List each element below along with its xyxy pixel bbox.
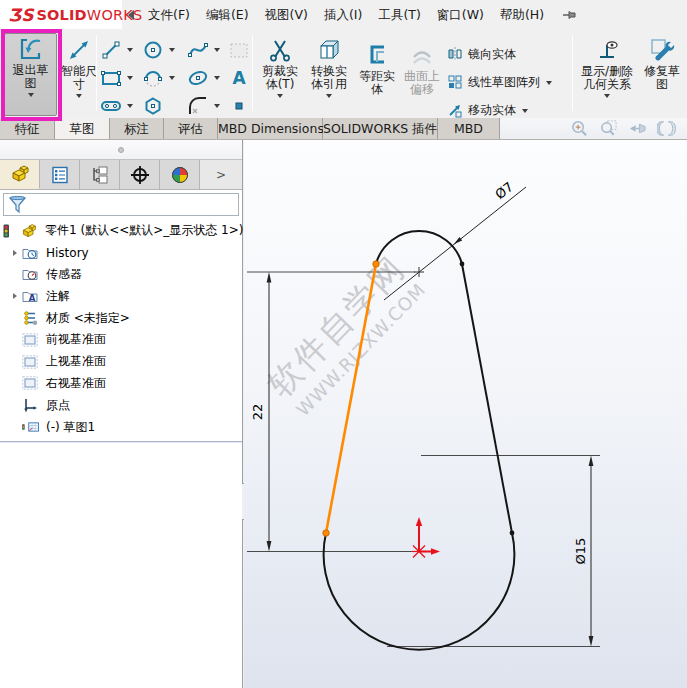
property-list-icon — [50, 165, 70, 185]
tree-item-history[interactable]: History — [0, 242, 242, 264]
tree-item-sensors[interactable]: 传感器 — [0, 264, 242, 286]
ribbon-separator — [252, 35, 253, 111]
sketch-origin[interactable] — [412, 517, 440, 558]
tree-root-part[interactable]: 零件1 (默认<<默认>_显示状态 1>) — [0, 220, 242, 242]
tangent-point-marker[interactable] — [510, 531, 515, 536]
menu-window[interactable]: 窗口(W) — [429, 0, 492, 29]
smart-dimension-label: 智能尺寸 — [59, 65, 99, 91]
graphics-viewport[interactable]: 软件自学网 WWW.RJZXW.COM 22 — [244, 140, 687, 688]
selected-endpoint-marker[interactable] — [373, 261, 379, 267]
fillet-dropdown-caret-icon[interactable] — [214, 104, 220, 108]
exit-sketch-button[interactable]: 退出草图 — [4, 33, 57, 116]
point-tool[interactable] — [227, 94, 255, 118]
expand-arrow-icon[interactable] — [8, 250, 22, 256]
convert-entities-button[interactable]: 转换实体引用 — [305, 35, 353, 98]
linear-pattern-icon — [447, 74, 463, 90]
linear-pattern-dropdown-caret-icon[interactable] — [546, 81, 552, 85]
tree-splitter[interactable] — [0, 441, 242, 443]
menu-collapse-arrow-icon[interactable] — [128, 10, 134, 20]
line-tool[interactable] — [99, 38, 141, 62]
move-entities-dropdown-caret-icon[interactable] — [522, 109, 528, 113]
configuration-manager-tab[interactable] — [80, 160, 120, 189]
dim-22-text: 22 — [250, 404, 265, 421]
trim-dropdown-caret-icon[interactable] — [277, 94, 283, 98]
smart-dimension-dropdown-caret-icon[interactable] — [76, 94, 82, 98]
tree-item-top-plane[interactable]: 上视基准面 — [0, 351, 242, 373]
plane-icon — [22, 332, 38, 348]
spline-dropdown-caret-icon[interactable] — [214, 48, 220, 52]
panel-resize-handle[interactable] — [0, 140, 242, 159]
menu-file[interactable]: 文件(F) — [140, 0, 198, 29]
rectangle-tool[interactable] — [99, 66, 141, 90]
previous-view-icon[interactable] — [628, 119, 647, 138]
selected-endpoint-marker[interactable] — [323, 530, 329, 536]
tree-item-front-plane[interactable]: 前视基准面 — [0, 329, 242, 351]
tab-evaluate[interactable]: 评估 — [164, 118, 218, 139]
smart-dimension-button[interactable]: 智能尺寸 — [61, 35, 97, 98]
rectangle-dropdown-caret-icon[interactable] — [127, 76, 133, 80]
line-dropdown-caret-icon[interactable] — [127, 48, 133, 52]
linear-sketch-pattern-button[interactable]: 线性草图阵列 — [447, 68, 552, 96]
pin-menu-icon[interactable] — [562, 7, 578, 23]
tree-item-origin[interactable]: 原点 — [0, 394, 242, 416]
dimension-diameter-15[interactable]: Ø15 — [573, 456, 593, 647]
text-tool[interactable] — [227, 66, 255, 90]
tree-filter-box[interactable] — [3, 193, 239, 216]
material-icon — [22, 310, 38, 326]
menu-insert[interactable]: 插入(I) — [316, 0, 370, 29]
repair-sketch-button[interactable]: 修复草图 — [639, 35, 685, 91]
tree-item-material[interactable]: 材质 <未指定> — [0, 307, 242, 329]
sketch-plane-icon — [227, 38, 251, 62]
zoom-to-fit-icon[interactable] — [570, 119, 589, 138]
annotations-folder-icon — [22, 288, 38, 304]
panel-tabs-overflow-button[interactable]: > — [200, 160, 242, 189]
section-view-icon[interactable] — [657, 119, 676, 138]
circle-dropdown-caret-icon[interactable] — [169, 48, 175, 52]
zoom-to-area-icon[interactable] — [599, 119, 618, 138]
display-delete-relations-button[interactable]: 显示/删除几何关系 — [577, 35, 637, 98]
display-manager-tab[interactable] — [160, 160, 200, 189]
feature-tree-tab[interactable] — [0, 160, 40, 189]
pattern-tools-stack: 镜向实体 线性草图阵列 移动实体 — [447, 40, 552, 124]
tree-item-right-plane[interactable]: 右视基准面 — [0, 373, 242, 395]
arc-dropdown-caret-icon[interactable] — [169, 76, 175, 80]
offset-entities-button[interactable]: 等距实体 — [355, 40, 399, 96]
expand-arrow-icon[interactable] — [8, 293, 22, 299]
3d-sketch-plane-tool-disabled — [227, 38, 255, 62]
spline-tool[interactable] — [186, 38, 227, 62]
tree-item-annotations[interactable]: 注解 — [0, 285, 242, 307]
menu-help[interactable]: 帮助(H) — [492, 0, 552, 29]
tab-features[interactable]: 特征 — [0, 118, 55, 139]
ellipse-dropdown-caret-icon[interactable] — [214, 76, 220, 80]
dimxpert-manager-tab[interactable] — [120, 160, 160, 189]
tree-item-sketch1[interactable]: (-) 草图1 — [0, 416, 242, 438]
menu-tools[interactable]: 工具(T) — [370, 0, 428, 29]
tangent-point-marker[interactable] — [460, 262, 465, 267]
tab-mbd[interactable]: MBD — [438, 118, 500, 139]
tab-sketch[interactable]: 草图 — [55, 118, 110, 139]
trim-entities-button[interactable]: 剪裁实体(T) — [257, 35, 303, 98]
dim-15-text: Ø15 — [573, 538, 588, 565]
ellipse-tool[interactable] — [186, 66, 227, 90]
menu-edit[interactable]: 编辑(E) — [198, 0, 257, 29]
origin-icon — [22, 397, 38, 413]
menu-view[interactable]: 视图(V) — [257, 0, 316, 29]
right-tangent-line[interactable] — [462, 264, 512, 533]
tab-markup[interactable]: 标注 — [110, 118, 164, 139]
polygon-tool[interactable] — [141, 94, 186, 118]
circle-tool[interactable] — [141, 38, 186, 62]
relations-dropdown-caret-icon[interactable] — [604, 94, 610, 98]
dimension-height-22[interactable]: 22 — [250, 272, 271, 552]
move-entities-icon — [447, 102, 463, 118]
property-manager-tab[interactable] — [40, 160, 80, 189]
arc-tool[interactable] — [141, 66, 186, 90]
slot-tool[interactable] — [99, 94, 141, 118]
tab-solidworks-addins[interactable]: SOLIDWORKS 插件 — [323, 118, 438, 139]
convert-dropdown-caret-icon[interactable] — [326, 94, 332, 98]
tab-mbd-dimensions[interactable]: MBD Dimensions — [218, 118, 323, 139]
exit-sketch-dropdown-caret-icon[interactable] — [28, 93, 34, 97]
slot-dropdown-caret-icon[interactable] — [127, 104, 133, 108]
mirror-entities-button[interactable]: 镜向实体 — [447, 40, 552, 68]
fillet-tool[interactable] — [186, 94, 227, 118]
point-icon — [227, 94, 251, 118]
